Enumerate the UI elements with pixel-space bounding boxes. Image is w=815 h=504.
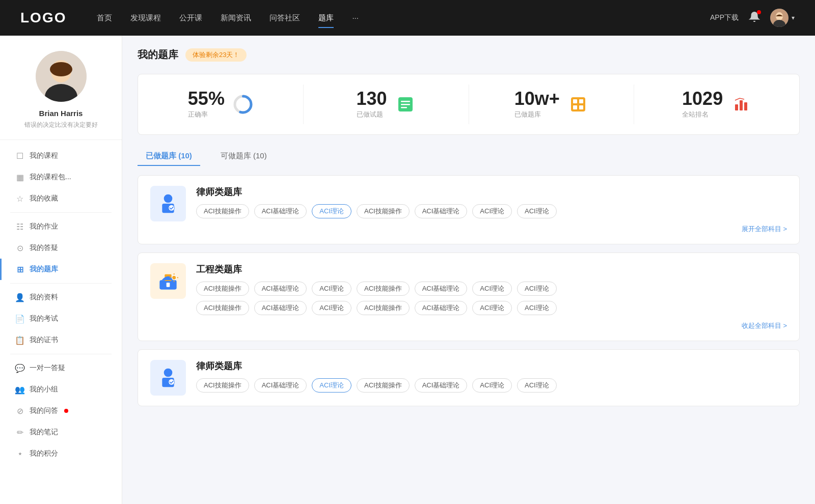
- user-avatar-wrapper[interactable]: ▾: [770, 9, 795, 27]
- nav-discover[interactable]: 发现课程: [130, 11, 161, 25]
- qa-icon: ⊘: [15, 406, 24, 415]
- nav-questionbank[interactable]: 题库: [318, 11, 334, 25]
- tag-item[interactable]: ACI技能操作: [196, 204, 249, 218]
- tag-item[interactable]: ACI技能操作: [357, 204, 410, 218]
- points-icon: ⭑: [15, 449, 24, 458]
- nav-more[interactable]: ···: [352, 11, 359, 25]
- qbank-card-lawyer-2: 律师类题库 ACI技能操作 ACI基础理论 ACI理论 ACI技能操作 ACI基…: [138, 349, 800, 406]
- notification-dot: [757, 10, 761, 14]
- tag-item-active[interactable]: ACI理论: [312, 204, 351, 218]
- sidebar-item-courses[interactable]: ☐ 我的课程: [0, 145, 122, 166]
- divider-3: [10, 354, 112, 354]
- list-icon: [395, 94, 416, 115]
- paper-icon: 📄: [15, 314, 24, 323]
- table-icon: [568, 94, 588, 115]
- tab-done-banks[interactable]: 已做题库 (10): [138, 147, 200, 165]
- sidebar-item-certificate[interactable]: 📋 我的证书: [0, 329, 122, 351]
- notification-bell[interactable]: [749, 11, 760, 24]
- tag-item[interactable]: ACI基础理论: [254, 204, 307, 218]
- stats-row: 55% 正确率 130 已做试题: [138, 74, 800, 135]
- page-header: 我的题库 体验剩余23天！: [138, 48, 800, 62]
- stat-done-questions-label: 已做试题: [357, 110, 387, 119]
- sidebar-item-profile[interactable]: 👤 我的资料: [0, 287, 122, 308]
- star-icon: ☆: [15, 194, 24, 203]
- group-icon: 👥: [15, 385, 24, 394]
- tag-item[interactable]: ACI基础理论: [415, 282, 468, 296]
- qbank-engineer-icon: [150, 263, 186, 299]
- tag-item[interactable]: ACI技能操作: [357, 301, 410, 315]
- sidebar: Brian Harris 错误的决定比没有决定要好 ☐ 我的课程 ▦ 我的课程包…: [0, 36, 122, 504]
- svg-rect-16: [573, 105, 577, 109]
- tab-available-banks[interactable]: 可做题库 (10): [212, 147, 275, 165]
- main-content: 我的题库 体验剩余23天！ 55% 正确率: [122, 36, 815, 504]
- sidebar-item-notes[interactable]: ✏ 我的笔记: [0, 422, 122, 443]
- tag-item[interactable]: ACI理论: [472, 301, 512, 315]
- tag-item[interactable]: ACI基础理论: [254, 301, 307, 315]
- tag-item[interactable]: ACI理论: [517, 282, 557, 296]
- profile-name: Brian Harris: [39, 109, 83, 118]
- app-download-button[interactable]: APP下载: [710, 13, 739, 22]
- expand-button-lawyer-1[interactable]: 展开全部科目 >: [196, 225, 787, 234]
- tag-item[interactable]: ACI基础理论: [254, 378, 307, 393]
- nav-menu: 首页 发现课程 公开课 新闻资讯 问答社区 题库 ···: [97, 11, 710, 25]
- nav-opencourse[interactable]: 公开课: [179, 11, 202, 25]
- bar-icon: ▦: [15, 173, 24, 182]
- qbank-card-engineer: 工程类题库 ACI技能操作 ACI基础理论 ACI理论 ACI技能操作 ACI基…: [138, 253, 800, 341]
- qbank-lawyer-1-name: 律师类题库: [196, 186, 787, 198]
- profile-avatar: [36, 51, 87, 102]
- sidebar-item-favorites[interactable]: ☆ 我的收藏: [0, 188, 122, 209]
- sidebar-item-exam[interactable]: 📄 我的考试: [0, 308, 122, 329]
- tag-item[interactable]: ACI理论: [517, 378, 557, 393]
- sidebar-item-myqa[interactable]: ⊘ 我的问答: [0, 400, 122, 422]
- tag-item-active[interactable]: ACI理论: [312, 378, 351, 393]
- tag-item[interactable]: ACI理论: [312, 301, 351, 315]
- sidebar-item-questionbank[interactable]: ⊞ 我的题库: [0, 259, 122, 280]
- sidebar-item-qa[interactable]: ⊙ 我的答疑: [0, 237, 122, 259]
- sidebar-item-group[interactable]: 👥 我的小组: [0, 379, 122, 400]
- tag-item[interactable]: ACI理论: [517, 301, 557, 315]
- nav-news[interactable]: 新闻资讯: [221, 11, 251, 25]
- svg-rect-14: [573, 99, 577, 103]
- tag-item[interactable]: ACI基础理论: [415, 301, 468, 315]
- stat-ranking-number: 1029: [682, 90, 723, 108]
- collapse-button-engineer[interactable]: 收起全部科目 >: [196, 321, 787, 330]
- qbank-engineer-tags-row1: ACI技能操作 ACI基础理论 ACI理论 ACI技能操作 ACI基础理论 AC…: [196, 282, 787, 296]
- logo[interactable]: LOGO: [20, 10, 66, 26]
- tag-item[interactable]: ACI基础理论: [415, 204, 468, 218]
- svg-point-27: [172, 275, 176, 279]
- navbar: LOGO 首页 发现课程 公开课 新闻资讯 问答社区 题库 ··· APP下载: [0, 0, 815, 36]
- sidebar-item-tutoring[interactable]: 💬 一对一答疑: [0, 357, 122, 379]
- tag-item[interactable]: ACI理论: [517, 204, 557, 218]
- tag-item[interactable]: ACI技能操作: [357, 282, 410, 296]
- tag-item[interactable]: ACI基础理论: [254, 282, 307, 296]
- tag-item[interactable]: ACI理论: [312, 282, 351, 296]
- tag-item[interactable]: ACI技能操作: [196, 282, 249, 296]
- doc-icon: ☷: [15, 222, 24, 231]
- avatar: [770, 9, 789, 27]
- question-icon: ⊙: [15, 243, 24, 253]
- tag-item[interactable]: ACI技能操作: [196, 301, 249, 315]
- tag-item[interactable]: ACI技能操作: [196, 378, 249, 393]
- stat-ranking: 1029 全站排名: [634, 85, 799, 124]
- qbank-lawyer-2-tags: ACI技能操作 ACI基础理论 ACI理论 ACI技能操作 ACI基础理论 AC…: [196, 378, 787, 393]
- tag-item[interactable]: ACI技能操作: [357, 378, 410, 393]
- nav-qa[interactable]: 问答社区: [269, 11, 300, 25]
- pie-chart-icon: [233, 94, 253, 115]
- tag-item[interactable]: ACI理论: [472, 204, 512, 218]
- svg-point-32: [164, 369, 173, 377]
- qbank-engineer-name: 工程类题库: [196, 263, 787, 275]
- qa-notification-dot: [64, 409, 68, 413]
- bar-chart-icon: [731, 94, 751, 115]
- nav-home[interactable]: 首页: [97, 11, 112, 25]
- sidebar-item-points[interactable]: ⭑ 我的积分: [0, 443, 122, 464]
- page-title: 我的题库: [138, 48, 178, 62]
- main-layout: Brian Harris 错误的决定比没有决定要好 ☐ 我的课程 ▦ 我的课程包…: [0, 36, 815, 504]
- divider-1: [10, 212, 112, 213]
- tag-item[interactable]: ACI理论: [472, 282, 512, 296]
- tag-item[interactable]: ACI基础理论: [415, 378, 468, 393]
- sidebar-item-homework[interactable]: ☷ 我的作业: [0, 216, 122, 237]
- svg-point-6: [50, 62, 72, 76]
- sidebar-item-course-packages[interactable]: ▦ 我的课程包...: [0, 166, 122, 188]
- stat-done-questions-number: 130: [357, 90, 387, 108]
- tag-item[interactable]: ACI理论: [472, 378, 512, 393]
